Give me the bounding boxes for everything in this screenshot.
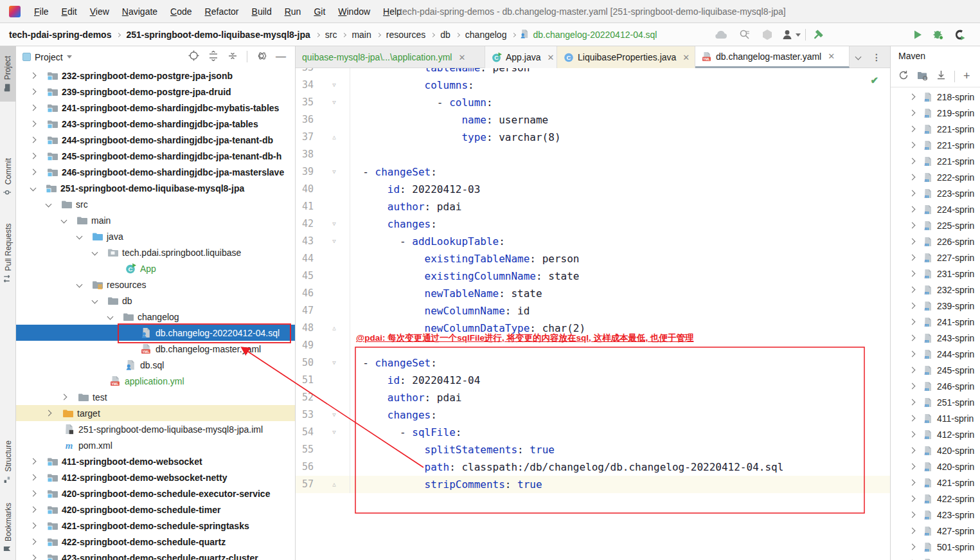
tree-row[interactable]: tech.pdai.springboot.liquibase: [16, 244, 296, 260]
chevron-right-icon[interactable]: [909, 222, 916, 229]
chevron-down-icon[interactable]: [67, 55, 72, 59]
run-icon[interactable]: [911, 28, 925, 42]
tree-row[interactable]: resources: [16, 276, 296, 293]
maven-module-row[interactable]: m421-sprin: [891, 474, 980, 491]
tree-row[interactable]: 245-springboot-demo-shardingjdbc-jpa-ten…: [16, 148, 296, 164]
chevron-right-icon[interactable]: [30, 474, 37, 481]
editor-line[interactable]: 56 path: classpath:/db/changelog/db.chan…: [296, 458, 890, 476]
chevron-right-icon[interactable]: [909, 447, 916, 454]
maven-module-row[interactable]: m218-sprin: [891, 89, 980, 105]
maven-module-row[interactable]: m239-sprin: [891, 298, 980, 314]
editor-line[interactable]: 44 existingTableName: person: [296, 250, 890, 267]
debug-icon[interactable]: [931, 28, 945, 42]
chevron-right-icon[interactable]: [909, 110, 916, 116]
fold-marker-icon[interactable]: ▽: [325, 354, 344, 372]
code-editor[interactable]: 33 tableName: person34▽ columns:35▽ - co…: [296, 68, 890, 560]
profiler-icon[interactable]: [953, 28, 967, 42]
generate-sources-icon[interactable]: [917, 71, 928, 82]
tree-row[interactable]: 420-springboot-demo-schedule-executor-se…: [16, 485, 296, 501]
editor-line[interactable]: 43▽ - addLookupTable:: [296, 233, 890, 250]
maven-module-row[interactable]: m245-sprin: [891, 362, 980, 378]
chevron-right-icon[interactable]: [909, 303, 916, 309]
gear-icon[interactable]: [256, 51, 267, 63]
chevron-right-icon[interactable]: [909, 335, 916, 341]
locate-file-icon[interactable]: [188, 50, 199, 63]
chevron-right-icon[interactable]: [909, 239, 916, 245]
tree-row[interactable]: db.sql: [16, 357, 296, 373]
expand-all-icon[interactable]: [208, 51, 218, 63]
editor-line[interactable]: 40 id: 20220412-03: [296, 181, 890, 198]
menu-navigate[interactable]: Navigate: [116, 1, 164, 23]
add-maven-project-icon[interactable]: +: [963, 69, 970, 83]
tree-row[interactable]: changelog: [16, 309, 296, 325]
user-icon[interactable]: [780, 28, 794, 42]
chevron-right-icon[interactable]: [30, 555, 37, 560]
chevron-right-icon[interactable]: [909, 431, 916, 438]
menu-code[interactable]: Code: [164, 1, 198, 23]
inspections-ok-icon[interactable]: ✔: [870, 75, 878, 86]
tree-row[interactable]: 421-springboot-demo-schedule-springtasks: [16, 518, 296, 534]
tool-stripe-pull-requests[interactable]: Pull Requests: [0, 210, 16, 296]
editor-tab[interactable]: CApp.java✕: [485, 46, 557, 68]
chevron-right-icon[interactable]: [30, 121, 37, 127]
tree-row[interactable]: 251-springboot-demo-liquibase-mysql8-jpa…: [16, 421, 296, 437]
chevron-right-icon[interactable]: [909, 255, 916, 261]
tree-row[interactable]: main: [16, 212, 296, 228]
tool-stripe-project[interactable]: Project: [0, 46, 16, 102]
tool-stripe-bookmarks[interactable]: Bookmarks: [0, 494, 16, 560]
editor-line[interactable]: 39▽ - changeSet:: [296, 163, 890, 181]
tree-row[interactable]: 422-springboot-demo-schedule-quartz: [16, 534, 296, 550]
chevron-down-icon[interactable]: [76, 233, 83, 240]
tree-row[interactable]: mpom.xml: [16, 437, 296, 453]
breadcrumb-item[interactable]: main: [350, 30, 372, 40]
tree-row[interactable]: test: [16, 389, 296, 405]
tree-row[interactable]: YMLapplication.yml: [16, 373, 296, 389]
chevron-down-icon[interactable]: [92, 249, 98, 256]
maven-module-row[interactable]: m412-sprin: [891, 426, 980, 442]
editor-line[interactable]: 36 name: username: [296, 111, 890, 129]
tool-stripe-structure[interactable]: Structure: [0, 429, 16, 494]
tree-row[interactable]: 244-springboot-demo-shardingjdbc-jpa-ten…: [16, 132, 296, 148]
editor-line[interactable]: 34▽ columns:: [296, 77, 890, 94]
chevron-right-icon[interactable]: [46, 410, 52, 417]
chevron-down-icon[interactable]: [30, 185, 37, 192]
chevron-right-icon[interactable]: [909, 464, 916, 470]
editor-line[interactable]: 55 splitStatements: true: [296, 441, 890, 458]
fold-marker-icon[interactable]: ▽: [325, 94, 344, 111]
editor-line[interactable]: 52 author: pdai: [296, 389, 890, 406]
cloud-icon[interactable]: [714, 28, 728, 42]
maven-module-row[interactable]: m422-sprin: [891, 491, 980, 507]
collapse-all-icon[interactable]: [227, 51, 238, 63]
maven-module-row[interactable]: m222-sprin: [891, 169, 980, 185]
tree-row[interactable]: 251-springboot-demo-liquibase-mysql8-jpa: [16, 180, 296, 196]
fold-marker-icon[interactable]: ▽: [325, 77, 344, 94]
editor-line[interactable]: 42▽ changes:: [296, 215, 890, 233]
download-sources-icon[interactable]: [936, 70, 946, 82]
chevron-down-icon[interactable]: [46, 201, 52, 208]
chevron-right-icon[interactable]: [909, 480, 916, 486]
maven-panel-title[interactable]: Maven: [891, 46, 980, 66]
tool-stripe-commit[interactable]: Commit: [0, 152, 16, 202]
editor-line[interactable]: 54▽ - sqlFile:: [296, 424, 890, 441]
hide-panel-icon[interactable]: —: [276, 53, 286, 60]
maven-module-row[interactable]: m219-sprin: [891, 105, 980, 121]
editor-line[interactable]: 49: [296, 337, 890, 354]
editor-line[interactable]: 45 existingColumnName: state: [296, 267, 890, 285]
maven-module-row[interactable]: m232-sprin: [891, 282, 980, 298]
chevron-right-icon[interactable]: [30, 89, 37, 95]
menu-git[interactable]: Git: [307, 1, 332, 23]
fold-marker-icon[interactable]: △: [325, 129, 344, 146]
chevron-right-icon[interactable]: [61, 394, 67, 401]
project-panel-title[interactable]: Project: [35, 52, 63, 62]
editor-line[interactable]: 48△ newColumnDataType: char(2): [296, 320, 890, 337]
maven-module-row[interactable]: m241-sprin: [891, 314, 980, 330]
editor-tab[interactable]: quibase-mysql8-jpa\...\application.yml✕: [296, 46, 485, 68]
chevron-right-icon[interactable]: [30, 491, 37, 497]
chevron-right-icon[interactable]: [30, 105, 37, 111]
chevron-right-icon[interactable]: [30, 169, 37, 176]
maven-module-row[interactable]: m243-sprin: [891, 330, 980, 346]
maven-module-row[interactable]: m227-sprin: [891, 249, 980, 266]
maven-module-row[interactable]: m221-sprin: [891, 121, 980, 137]
maven-module-row[interactable]: m244-sprin: [891, 346, 980, 362]
maven-module-row[interactable]: m224-sprin: [891, 201, 980, 217]
